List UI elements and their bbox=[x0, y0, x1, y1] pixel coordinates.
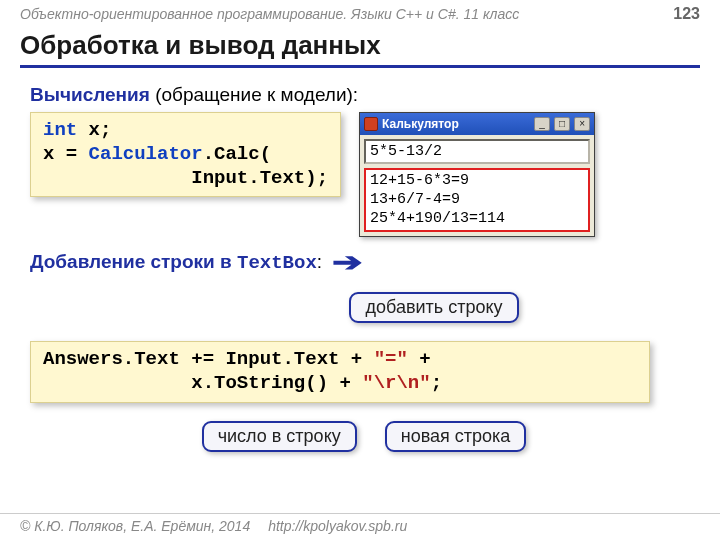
code2-l1a: Answers.Text bbox=[43, 348, 180, 370]
code-block-calc: int x; x = Calculator.Calc( Input.Text); bbox=[30, 112, 341, 197]
bubble-add-line: добавить строку bbox=[349, 292, 518, 323]
code1-l2c: .Calc( bbox=[203, 143, 271, 165]
subhead-calc-rest: (обращение к модели): bbox=[150, 84, 358, 105]
subhead-add: Добавление строки в TextBox: bbox=[30, 251, 322, 274]
code1-calculator: Calculator bbox=[89, 143, 203, 165]
bubble-tostring: число в строку bbox=[202, 421, 357, 452]
window-title: Калькулятор bbox=[382, 117, 530, 131]
course-label: Объектно-ориентированное программировани… bbox=[20, 6, 519, 22]
code2-l1c: Input.Text + bbox=[225, 348, 373, 370]
code-block-append: Answers.Text += Input.Text + "=" + x.ToS… bbox=[30, 341, 650, 403]
code2-l1b: += bbox=[180, 348, 226, 370]
footer-url: http://kpolyakov.spb.ru bbox=[268, 518, 407, 534]
close-button[interactable]: × bbox=[574, 117, 590, 131]
code2-l2a: x.ToString() + bbox=[43, 372, 362, 394]
code2-crlf: "\r\n" bbox=[362, 372, 430, 394]
footer: © К.Ю. Поляков, Е.А. Ерёмин, 2014 http:/… bbox=[0, 513, 720, 534]
code1-l2a: x = bbox=[43, 143, 89, 165]
answers-textbox[interactable]: 12+15-6*3=9 13+6/7-4=9 25*4+190/13=114 bbox=[364, 168, 590, 232]
input-textbox[interactable]: 5*5-13/2 bbox=[364, 139, 590, 164]
code2-l1e: + bbox=[408, 348, 431, 370]
subhead-calc-kw: Вычисления bbox=[30, 84, 150, 105]
minimize-button[interactable]: _ bbox=[534, 117, 550, 131]
code2-l2c: ; bbox=[431, 372, 442, 394]
code1-int: int bbox=[43, 119, 77, 141]
maximize-button[interactable]: □ bbox=[554, 117, 570, 131]
page-title: Обработка и вывод данных bbox=[20, 30, 700, 68]
code2-eq: "=" bbox=[374, 348, 408, 370]
subhead-calc: Вычисления (обращение к модели): bbox=[30, 84, 698, 106]
bubble-newline: новая строка bbox=[385, 421, 527, 452]
window-calculator: Калькулятор _ □ × 5*5-13/2 12+15-6*3=9 1… bbox=[359, 112, 595, 237]
subhead-add-mono: TextBox bbox=[237, 252, 317, 274]
subhead-add-kw: Добавление строки в bbox=[30, 251, 237, 272]
subhead-add-tail: : bbox=[317, 251, 322, 272]
arrow-icon: ➔ bbox=[332, 247, 363, 278]
footer-copyright: © К.Ю. Поляков, Е.А. Ерёмин, 2014 bbox=[20, 518, 250, 534]
page-number: 123 bbox=[673, 5, 700, 23]
window-titlebar: Калькулятор _ □ × bbox=[360, 113, 594, 135]
app-icon bbox=[364, 117, 378, 131]
header-bar: Объектно-ориентированное программировани… bbox=[0, 0, 720, 28]
code1-l1b: x; bbox=[77, 119, 111, 141]
code1-l3: Input.Text); bbox=[43, 167, 328, 189]
